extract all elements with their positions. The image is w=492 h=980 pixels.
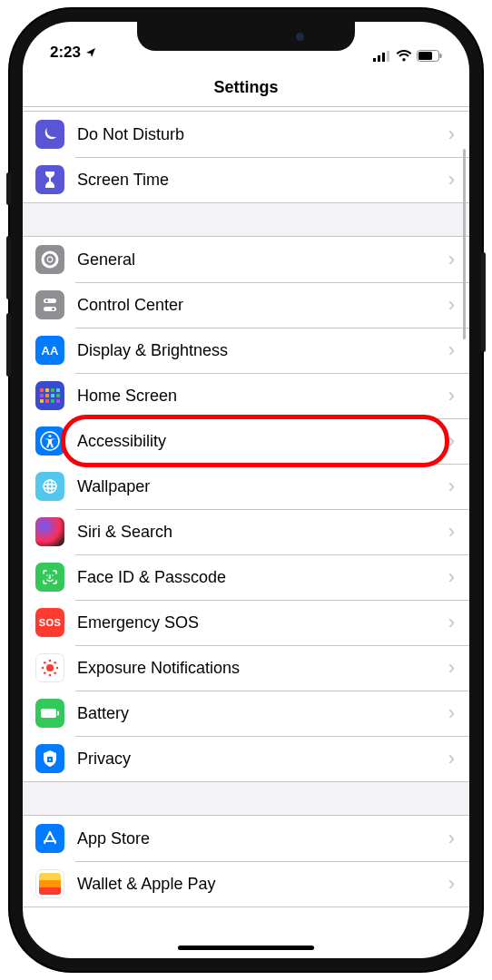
row-label: Control Center bbox=[77, 296, 448, 315]
faceid-icon bbox=[35, 563, 64, 592]
svg-point-16 bbox=[48, 485, 53, 489]
row-label: Accessibility bbox=[77, 432, 448, 451]
page-title: Settings bbox=[213, 78, 278, 96]
chevron-right-icon: › bbox=[448, 656, 455, 680]
hourglass-icon bbox=[35, 165, 64, 194]
row-label: Display & Brightness bbox=[77, 341, 448, 360]
row-wallpaper[interactable]: Wallpaper › bbox=[23, 464, 469, 509]
settings-group: General › Control Center › AA Display & … bbox=[23, 236, 469, 782]
svg-point-24 bbox=[42, 667, 44, 670]
appstore-icon bbox=[35, 824, 64, 853]
row-label: Screen Time bbox=[77, 171, 448, 190]
moon-icon bbox=[35, 120, 64, 149]
siri-icon bbox=[35, 517, 64, 546]
chevron-right-icon: › bbox=[448, 384, 455, 407]
volume-up-button bbox=[6, 236, 11, 299]
svg-point-27 bbox=[54, 662, 56, 664]
row-label: General bbox=[77, 250, 448, 270]
row-home-screen[interactable]: Home Screen › bbox=[23, 373, 469, 418]
chevron-right-icon: › bbox=[448, 701, 455, 725]
row-label: Home Screen bbox=[77, 387, 448, 406]
svg-point-23 bbox=[49, 674, 52, 677]
scrollbar[interactable] bbox=[463, 149, 466, 339]
settings-list[interactable]: Do Not Disturb › Screen Time › bbox=[23, 107, 469, 907]
chevron-right-icon: › bbox=[448, 168, 455, 191]
chevron-right-icon: › bbox=[448, 872, 455, 896]
wallpaper-icon bbox=[35, 472, 64, 501]
settings-group: App Store › Wallet & Apple Pay › bbox=[23, 815, 469, 907]
row-label: Siri & Search bbox=[77, 523, 448, 542]
svg-rect-6 bbox=[440, 54, 442, 58]
exposure-icon bbox=[35, 653, 64, 682]
row-screen-time[interactable]: Screen Time › bbox=[23, 157, 469, 202]
svg-rect-0 bbox=[373, 58, 376, 62]
wifi-icon bbox=[396, 50, 412, 62]
cellular-signal-icon bbox=[373, 51, 391, 62]
chevron-right-icon: › bbox=[448, 827, 455, 850]
svg-rect-2 bbox=[382, 53, 385, 62]
svg-point-32 bbox=[49, 759, 51, 760]
device-frame: 2:23 bbox=[10, 9, 482, 971]
volume-down-button bbox=[6, 313, 11, 377]
row-label: Wallet & Apple Pay bbox=[77, 875, 448, 894]
battery-icon bbox=[35, 699, 64, 728]
gear-icon bbox=[35, 245, 64, 274]
screen: 2:23 bbox=[23, 22, 469, 958]
chevron-right-icon: › bbox=[448, 565, 455, 589]
svg-point-15 bbox=[44, 480, 56, 493]
row-accessibility[interactable]: Accessibility › bbox=[23, 418, 469, 464]
svg-rect-30 bbox=[41, 709, 56, 718]
nav-bar: Settings bbox=[23, 65, 469, 107]
row-general[interactable]: General › bbox=[23, 237, 469, 282]
chevron-right-icon: › bbox=[448, 248, 455, 271]
svg-point-12 bbox=[52, 308, 54, 310]
row-label: Privacy bbox=[77, 750, 448, 769]
home-indicator[interactable] bbox=[178, 946, 314, 950]
row-battery[interactable]: Battery › bbox=[23, 691, 469, 736]
svg-point-14 bbox=[48, 435, 51, 437]
wallet-icon bbox=[35, 869, 64, 898]
chevron-right-icon: › bbox=[448, 293, 455, 317]
row-control-center[interactable]: Control Center › bbox=[23, 282, 469, 328]
row-label: Emergency SOS bbox=[77, 613, 448, 632]
svg-point-28 bbox=[44, 671, 46, 674]
sos-icon: SOS bbox=[35, 608, 64, 637]
row-siri-search[interactable]: Siri & Search › bbox=[23, 509, 469, 554]
row-faceid-passcode[interactable]: Face ID & Passcode › bbox=[23, 554, 469, 600]
svg-point-22 bbox=[49, 660, 52, 662]
power-button bbox=[481, 252, 486, 352]
chevron-right-icon: › bbox=[448, 611, 455, 634]
row-exposure-notifications[interactable]: Exposure Notifications › bbox=[23, 645, 469, 691]
row-do-not-disturb[interactable]: Do Not Disturb › bbox=[23, 112, 469, 157]
row-emergency-sos[interactable]: SOS Emergency SOS › bbox=[23, 600, 469, 645]
svg-point-26 bbox=[44, 662, 46, 664]
privacy-icon bbox=[35, 744, 64, 773]
row-label: Do Not Disturb bbox=[77, 125, 448, 144]
svg-point-17 bbox=[44, 485, 56, 489]
svg-point-29 bbox=[54, 671, 56, 674]
chevron-right-icon: › bbox=[448, 338, 455, 362]
chevron-right-icon: › bbox=[448, 520, 455, 544]
row-app-store[interactable]: App Store › bbox=[23, 816, 469, 861]
svg-rect-5 bbox=[418, 52, 432, 60]
status-time: 2:23 bbox=[50, 44, 81, 62]
control-center-icon bbox=[35, 290, 64, 319]
mute-switch bbox=[6, 172, 11, 205]
notch bbox=[137, 22, 355, 51]
row-display-brightness[interactable]: AA Display & Brightness › bbox=[23, 328, 469, 373]
row-label: Wallpaper bbox=[77, 477, 448, 496]
row-label: Battery bbox=[77, 704, 448, 723]
chevron-right-icon: › bbox=[448, 122, 455, 146]
svg-point-18 bbox=[48, 480, 53, 493]
svg-point-25 bbox=[56, 667, 59, 670]
svg-point-8 bbox=[47, 257, 53, 262]
home-screen-icon bbox=[35, 381, 64, 410]
location-icon bbox=[85, 47, 96, 58]
svg-point-20 bbox=[52, 574, 54, 576]
svg-point-19 bbox=[46, 574, 48, 576]
row-label: Face ID & Passcode bbox=[77, 568, 448, 587]
row-privacy[interactable]: Privacy › bbox=[23, 736, 469, 781]
svg-point-21 bbox=[46, 664, 54, 671]
chevron-right-icon: › bbox=[448, 429, 455, 453]
row-wallet-applepay[interactable]: Wallet & Apple Pay › bbox=[23, 861, 469, 906]
